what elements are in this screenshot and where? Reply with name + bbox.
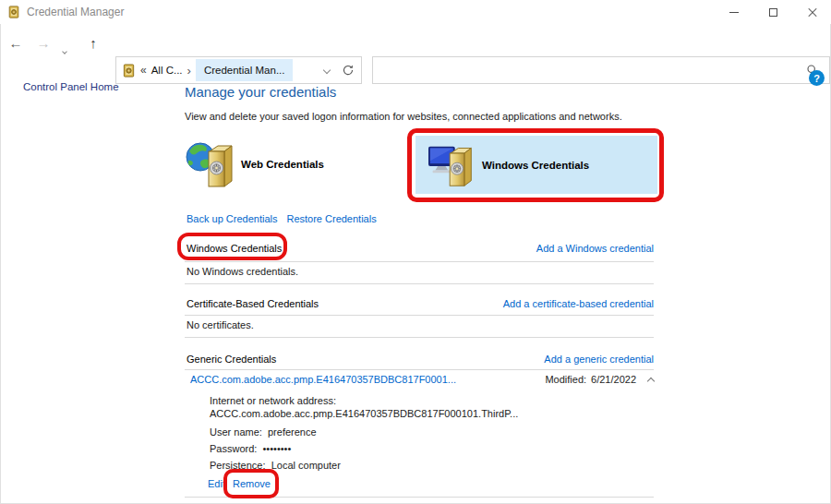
add-certificate-credential-link[interactable]: Add a certificate-based credential <box>503 298 654 309</box>
password-label: Password: <box>210 443 257 454</box>
back-button[interactable]: ← <box>4 32 28 54</box>
generic-credential-row[interactable]: ACCC.com.adobe.acc.pmp.E416470357BDBC817… <box>190 374 654 385</box>
close-icon <box>807 7 817 18</box>
credential-manager-app-icon <box>7 6 20 18</box>
up-button[interactable]: ↑ <box>81 32 105 54</box>
certificate-section-title: Certificate-Based Credentials <box>187 298 319 309</box>
windows-section-title: Windows Credentials <box>187 243 282 254</box>
backup-credentials-link[interactable]: Back up Credentials <box>187 213 277 224</box>
title-bar: Credential Manager <box>0 0 831 24</box>
breadcrumb-root[interactable]: All C... <box>151 65 183 76</box>
windows-credentials-label: Windows Credentials <box>482 160 589 171</box>
edit-link[interactable]: Edit <box>208 478 225 489</box>
credential-details: Internet or network address: ACCC.com.ad… <box>210 395 654 473</box>
main-content: Manage your credentials View and delete … <box>185 63 654 504</box>
help-button[interactable]: ? <box>809 70 825 86</box>
maximize-button[interactable] <box>753 0 792 24</box>
modified-date: 6/21/2022 <box>591 374 636 385</box>
maximize-icon <box>769 8 777 17</box>
minimize-button[interactable] <box>715 0 753 24</box>
remove-link[interactable]: Remove <box>233 478 271 489</box>
separator <box>185 261 654 262</box>
globe-safe-icon <box>185 139 236 189</box>
generic-credentials-section-header: Generic Credentials Add a generic creden… <box>187 354 654 365</box>
separator <box>185 315 654 316</box>
separator <box>185 283 654 284</box>
separator <box>185 337 654 338</box>
address-label: Internet or network address: <box>210 395 336 406</box>
windows-credentials-tile[interactable]: Windows Credentials <box>416 136 657 194</box>
add-generic-credential-link[interactable]: Add a generic credential <box>544 354 654 365</box>
modified-label: Modified: <box>545 374 586 385</box>
web-credentials-tile[interactable]: Web Credentials <box>185 135 324 194</box>
username-line: User name: preference <box>210 426 317 438</box>
window-title: Credential Manager <box>27 6 124 18</box>
restore-credentials-link[interactable]: Restore Credentials <box>286 213 376 224</box>
windows-empty-text: No Windows credentials. <box>187 266 298 277</box>
generic-section-title: Generic Credentials <box>187 354 276 365</box>
chevron-down-icon <box>62 49 67 54</box>
password-value: •••••••• <box>262 443 291 454</box>
credential-edit-actions: Edit Remove <box>208 478 271 489</box>
credential-actions: Back up Credentials Restore Credentials <box>187 213 377 224</box>
navigation-bar: ← → ↑ « All C... › Credential Man... <box>0 24 831 63</box>
breadcrumb-overflow[interactable]: « <box>140 64 147 77</box>
certificate-credentials-section-header: Certificate-Based Credentials Add a cert… <box>187 298 654 309</box>
page-title: Manage your credentials <box>185 84 336 100</box>
minimize-icon <box>729 12 739 13</box>
credential-name-link[interactable]: ACCC.com.adobe.acc.pmp.E416470357BDBC817… <box>190 374 456 385</box>
username-value: preference <box>268 426 317 438</box>
persistence-line: Persistence: Local computer <box>210 460 341 471</box>
password-line: Password: •••••••• <box>210 443 291 454</box>
persistence-label: Persistence: <box>210 460 266 471</box>
web-credentials-label: Web Credentials <box>241 159 324 170</box>
credential-manager-breadcrumb-icon <box>122 64 136 78</box>
separator <box>185 497 654 498</box>
monitor-safe-icon <box>428 142 476 188</box>
sidebar-item-control-panel-home[interactable]: Control Panel Home <box>23 81 119 92</box>
address-value: ACCC.com.adobe.acc.pmp.E416470357BDBC817… <box>210 408 518 419</box>
forward-button[interactable]: → <box>31 32 55 54</box>
username-label: User name: <box>210 426 262 438</box>
certificate-empty-text: No certificates. <box>187 319 254 330</box>
close-button[interactable] <box>792 0 831 24</box>
recent-pages-dropdown[interactable] <box>63 44 66 55</box>
page-description: View and delete your saved logon informa… <box>185 111 622 122</box>
persistence-value: Local computer <box>271 460 341 471</box>
add-windows-credential-link[interactable]: Add a Windows credential <box>536 243 654 254</box>
windows-credentials-section-header: Windows Credentials Add a Windows creden… <box>187 243 654 254</box>
separator <box>185 369 654 370</box>
collapse-chevron-icon[interactable] <box>647 377 655 384</box>
